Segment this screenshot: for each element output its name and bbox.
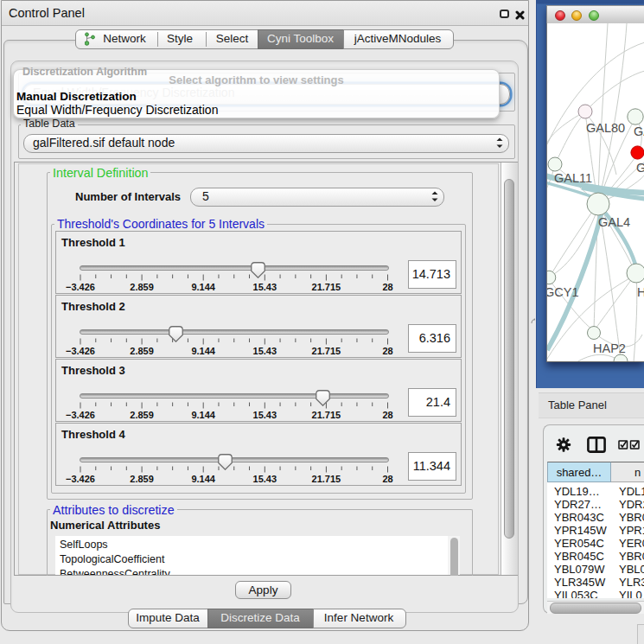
svg-text:GA: GA <box>634 124 644 138</box>
svg-text:G: G <box>636 161 644 175</box>
svg-text:GCY1: GCY1 <box>547 285 579 299</box>
svg-text:HAP2: HAP2 <box>593 341 626 355</box>
svg-text:H: H <box>637 285 644 299</box>
svg-text:GAL11: GAL11 <box>554 171 592 185</box>
svg-text:GAL80: GAL80 <box>586 121 625 135</box>
svg-text:GAL4: GAL4 <box>598 215 630 229</box>
